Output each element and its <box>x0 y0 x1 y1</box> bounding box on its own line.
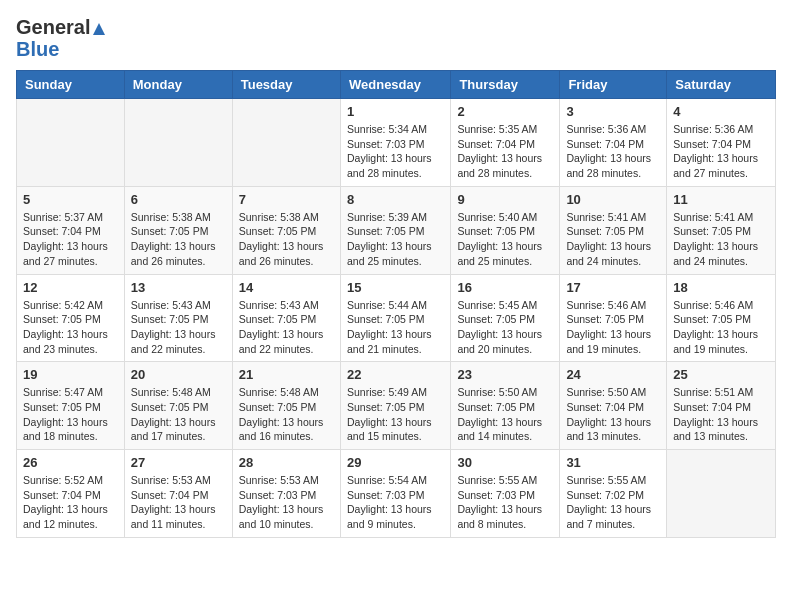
day-number: 26 <box>23 455 118 470</box>
calendar-cell: 30Sunrise: 5:55 AM Sunset: 7:03 PM Dayli… <box>451 450 560 538</box>
day-info: Sunrise: 5:43 AM Sunset: 7:05 PM Dayligh… <box>131 298 226 357</box>
day-info: Sunrise: 5:45 AM Sunset: 7:05 PM Dayligh… <box>457 298 553 357</box>
calendar-cell: 27Sunrise: 5:53 AM Sunset: 7:04 PM Dayli… <box>124 450 232 538</box>
calendar-cell: 19Sunrise: 5:47 AM Sunset: 7:05 PM Dayli… <box>17 362 125 450</box>
calendar-cell <box>124 99 232 187</box>
day-number: 7 <box>239 192 334 207</box>
weekday-header-row: SundayMondayTuesdayWednesdayThursdayFrid… <box>17 71 776 99</box>
day-info: Sunrise: 5:47 AM Sunset: 7:05 PM Dayligh… <box>23 385 118 444</box>
day-number: 28 <box>239 455 334 470</box>
day-info: Sunrise: 5:48 AM Sunset: 7:05 PM Dayligh… <box>239 385 334 444</box>
day-number: 2 <box>457 104 553 119</box>
calendar-cell: 26Sunrise: 5:52 AM Sunset: 7:04 PM Dayli… <box>17 450 125 538</box>
day-info: Sunrise: 5:37 AM Sunset: 7:04 PM Dayligh… <box>23 210 118 269</box>
day-number: 27 <box>131 455 226 470</box>
calendar-week-row: 19Sunrise: 5:47 AM Sunset: 7:05 PM Dayli… <box>17 362 776 450</box>
day-info: Sunrise: 5:38 AM Sunset: 7:05 PM Dayligh… <box>131 210 226 269</box>
day-info: Sunrise: 5:50 AM Sunset: 7:05 PM Dayligh… <box>457 385 553 444</box>
weekday-header-saturday: Saturday <box>667 71 776 99</box>
day-info: Sunrise: 5:42 AM Sunset: 7:05 PM Dayligh… <box>23 298 118 357</box>
logo-general-text: General <box>16 16 106 38</box>
calendar-cell: 3Sunrise: 5:36 AM Sunset: 7:04 PM Daylig… <box>560 99 667 187</box>
day-number: 4 <box>673 104 769 119</box>
day-info: Sunrise: 5:39 AM Sunset: 7:05 PM Dayligh… <box>347 210 444 269</box>
day-number: 5 <box>23 192 118 207</box>
calendar-cell: 31Sunrise: 5:55 AM Sunset: 7:02 PM Dayli… <box>560 450 667 538</box>
calendar-cell <box>17 99 125 187</box>
weekday-header-monday: Monday <box>124 71 232 99</box>
day-number: 23 <box>457 367 553 382</box>
day-number: 31 <box>566 455 660 470</box>
day-number: 18 <box>673 280 769 295</box>
day-info: Sunrise: 5:53 AM Sunset: 7:03 PM Dayligh… <box>239 473 334 532</box>
calendar-cell: 9Sunrise: 5:40 AM Sunset: 7:05 PM Daylig… <box>451 186 560 274</box>
calendar-week-row: 5Sunrise: 5:37 AM Sunset: 7:04 PM Daylig… <box>17 186 776 274</box>
day-info: Sunrise: 5:40 AM Sunset: 7:05 PM Dayligh… <box>457 210 553 269</box>
day-number: 21 <box>239 367 334 382</box>
day-number: 8 <box>347 192 444 207</box>
day-info: Sunrise: 5:34 AM Sunset: 7:03 PM Dayligh… <box>347 122 444 181</box>
day-number: 25 <box>673 367 769 382</box>
day-number: 9 <box>457 192 553 207</box>
day-info: Sunrise: 5:46 AM Sunset: 7:05 PM Dayligh… <box>673 298 769 357</box>
day-number: 12 <box>23 280 118 295</box>
logo-triangle-icon <box>92 22 106 36</box>
day-number: 29 <box>347 455 444 470</box>
calendar-cell: 20Sunrise: 5:48 AM Sunset: 7:05 PM Dayli… <box>124 362 232 450</box>
calendar-cell: 22Sunrise: 5:49 AM Sunset: 7:05 PM Dayli… <box>340 362 450 450</box>
weekday-header-friday: Friday <box>560 71 667 99</box>
calendar-cell: 13Sunrise: 5:43 AM Sunset: 7:05 PM Dayli… <box>124 274 232 362</box>
calendar-cell: 16Sunrise: 5:45 AM Sunset: 7:05 PM Dayli… <box>451 274 560 362</box>
day-number: 6 <box>131 192 226 207</box>
weekday-header-sunday: Sunday <box>17 71 125 99</box>
day-info: Sunrise: 5:36 AM Sunset: 7:04 PM Dayligh… <box>566 122 660 181</box>
day-info: Sunrise: 5:44 AM Sunset: 7:05 PM Dayligh… <box>347 298 444 357</box>
calendar-cell: 14Sunrise: 5:43 AM Sunset: 7:05 PM Dayli… <box>232 274 340 362</box>
calendar-cell: 23Sunrise: 5:50 AM Sunset: 7:05 PM Dayli… <box>451 362 560 450</box>
calendar-cell: 18Sunrise: 5:46 AM Sunset: 7:05 PM Dayli… <box>667 274 776 362</box>
logo-blue-text: Blue <box>16 38 106 60</box>
calendar-cell: 11Sunrise: 5:41 AM Sunset: 7:05 PM Dayli… <box>667 186 776 274</box>
day-number: 30 <box>457 455 553 470</box>
calendar-cell: 1Sunrise: 5:34 AM Sunset: 7:03 PM Daylig… <box>340 99 450 187</box>
calendar-cell: 2Sunrise: 5:35 AM Sunset: 7:04 PM Daylig… <box>451 99 560 187</box>
day-info: Sunrise: 5:53 AM Sunset: 7:04 PM Dayligh… <box>131 473 226 532</box>
svg-marker-0 <box>93 23 105 35</box>
calendar-cell: 24Sunrise: 5:50 AM Sunset: 7:04 PM Dayli… <box>560 362 667 450</box>
day-number: 16 <box>457 280 553 295</box>
day-info: Sunrise: 5:46 AM Sunset: 7:05 PM Dayligh… <box>566 298 660 357</box>
calendar-cell: 4Sunrise: 5:36 AM Sunset: 7:04 PM Daylig… <box>667 99 776 187</box>
day-number: 14 <box>239 280 334 295</box>
calendar-cell: 12Sunrise: 5:42 AM Sunset: 7:05 PM Dayli… <box>17 274 125 362</box>
calendar-week-row: 26Sunrise: 5:52 AM Sunset: 7:04 PM Dayli… <box>17 450 776 538</box>
day-number: 24 <box>566 367 660 382</box>
day-number: 19 <box>23 367 118 382</box>
day-info: Sunrise: 5:48 AM Sunset: 7:05 PM Dayligh… <box>131 385 226 444</box>
day-number: 10 <box>566 192 660 207</box>
day-number: 13 <box>131 280 226 295</box>
calendar-cell: 15Sunrise: 5:44 AM Sunset: 7:05 PM Dayli… <box>340 274 450 362</box>
day-info: Sunrise: 5:43 AM Sunset: 7:05 PM Dayligh… <box>239 298 334 357</box>
page-header: General Blue <box>16 16 776 60</box>
day-number: 20 <box>131 367 226 382</box>
day-number: 3 <box>566 104 660 119</box>
day-number: 17 <box>566 280 660 295</box>
calendar-cell: 28Sunrise: 5:53 AM Sunset: 7:03 PM Dayli… <box>232 450 340 538</box>
weekday-header-tuesday: Tuesday <box>232 71 340 99</box>
calendar-cell: 6Sunrise: 5:38 AM Sunset: 7:05 PM Daylig… <box>124 186 232 274</box>
day-info: Sunrise: 5:55 AM Sunset: 7:03 PM Dayligh… <box>457 473 553 532</box>
day-info: Sunrise: 5:41 AM Sunset: 7:05 PM Dayligh… <box>673 210 769 269</box>
day-number: 1 <box>347 104 444 119</box>
day-info: Sunrise: 5:55 AM Sunset: 7:02 PM Dayligh… <box>566 473 660 532</box>
day-number: 22 <box>347 367 444 382</box>
day-number: 15 <box>347 280 444 295</box>
calendar-cell: 25Sunrise: 5:51 AM Sunset: 7:04 PM Dayli… <box>667 362 776 450</box>
day-info: Sunrise: 5:51 AM Sunset: 7:04 PM Dayligh… <box>673 385 769 444</box>
day-info: Sunrise: 5:50 AM Sunset: 7:04 PM Dayligh… <box>566 385 660 444</box>
logo: General Blue <box>16 16 106 60</box>
calendar-cell: 8Sunrise: 5:39 AM Sunset: 7:05 PM Daylig… <box>340 186 450 274</box>
day-info: Sunrise: 5:36 AM Sunset: 7:04 PM Dayligh… <box>673 122 769 181</box>
day-info: Sunrise: 5:35 AM Sunset: 7:04 PM Dayligh… <box>457 122 553 181</box>
day-info: Sunrise: 5:54 AM Sunset: 7:03 PM Dayligh… <box>347 473 444 532</box>
calendar-cell: 29Sunrise: 5:54 AM Sunset: 7:03 PM Dayli… <box>340 450 450 538</box>
